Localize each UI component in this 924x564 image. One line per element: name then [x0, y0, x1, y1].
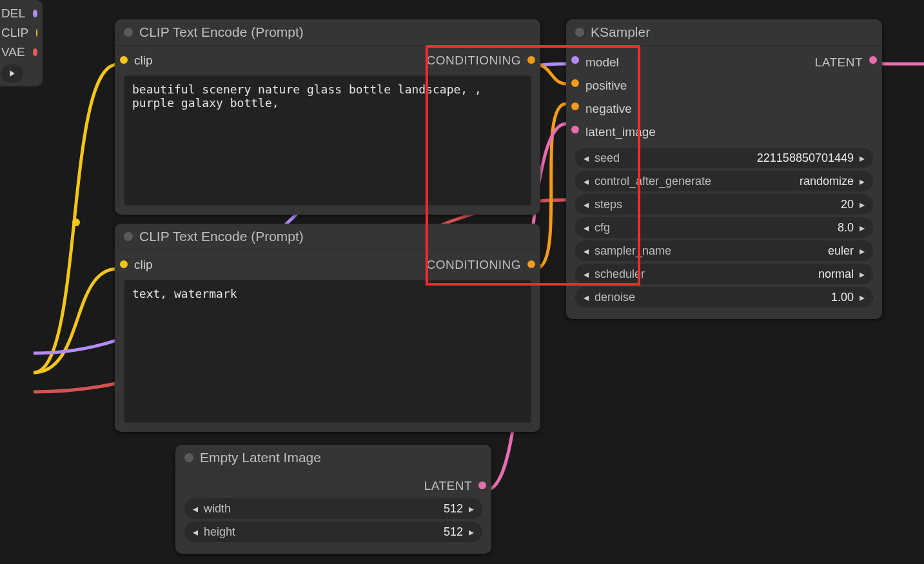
input-latent-image-label: latent_image	[585, 125, 656, 139]
increment-arrow-icon[interactable]: ▸	[464, 503, 478, 515]
widget-value[interactable]: 221158850701449	[620, 151, 855, 165]
port-clip-out[interactable]	[36, 29, 37, 37]
output-conditioning-label: CONDITIONING	[427, 53, 521, 68]
input-model-label: model	[585, 55, 619, 70]
ksampler-control_after_generate-widget[interactable]: ◂control_after_generaterandomize▸	[575, 171, 873, 191]
port-clip-in[interactable]	[120, 56, 128, 64]
widget-value[interactable]: 8.0	[610, 221, 855, 235]
widget-name: denoise	[593, 291, 635, 304]
port-negative-in[interactable]	[571, 102, 579, 110]
widget-name: steps	[593, 198, 622, 211]
ksampler-steps-widget[interactable]: ◂steps20▸	[575, 194, 873, 215]
increment-arrow-icon[interactable]: ▸	[855, 199, 869, 211]
output-latent-label: LATENT	[424, 479, 472, 493]
output-model-row[interactable]: DEL	[1, 4, 37, 23]
widget-value[interactable]: 1.00	[635, 291, 855, 304]
widget-name: scheduler	[593, 267, 645, 281]
port-positive-in[interactable]	[571, 79, 579, 87]
input-clip-label: clip	[134, 53, 153, 68]
svg-point-0	[72, 219, 80, 226]
prompt-textarea[interactable]: beautiful scenery nature glass bottle la…	[124, 75, 531, 206]
port-conditioning-out[interactable]	[527, 260, 535, 268]
output-clip-label: CLIP	[1, 26, 28, 40]
increment-arrow-icon[interactable]: ▸	[855, 152, 869, 164]
increment-arrow-icon[interactable]: ▸	[464, 526, 478, 538]
loader-widget-button[interactable]	[1, 64, 23, 83]
decrement-arrow-icon[interactable]: ◂	[579, 175, 593, 188]
port-conditioning-out[interactable]	[527, 56, 535, 64]
increment-arrow-icon[interactable]: ▸	[855, 268, 869, 280]
decrement-arrow-icon[interactable]: ◂	[579, 291, 593, 304]
prompt-textarea[interactable]: text, watermark	[124, 280, 531, 423]
clip-text-encode-negative-node[interactable]: CLIP Text Encode (Prompt) clip CONDITION…	[115, 224, 540, 432]
ksampler-cfg-widget[interactable]: ◂cfg8.0▸	[575, 217, 873, 238]
increment-arrow-icon[interactable]: ▸	[855, 245, 869, 257]
ksampler-denoise-widget[interactable]: ◂denoise1.00▸	[575, 287, 873, 307]
widget-value[interactable]: randomize	[711, 175, 855, 188]
output-vae-label: VAE	[1, 45, 25, 59]
node-header[interactable]: Empty Latent Image	[175, 445, 491, 471]
node-header[interactable]: CLIP Text Encode (Prompt)	[115, 19, 540, 46]
node-header[interactable]: CLIP Text Encode (Prompt)	[115, 224, 540, 250]
collapse-dot-icon[interactable]	[124, 28, 133, 37]
empty-latent-width-widget[interactable]: ◂width512▸	[184, 498, 482, 519]
play-icon	[8, 70, 16, 77]
decrement-arrow-icon[interactable]: ◂	[579, 199, 593, 211]
widget-name: sampler_name	[593, 244, 671, 258]
decrement-arrow-icon[interactable]: ◂	[579, 268, 593, 280]
decrement-arrow-icon[interactable]: ◂	[579, 245, 593, 257]
ksampler-node[interactable]: KSampler model LATENT positive	[566, 19, 882, 319]
ksampler-sampler_name-widget[interactable]: ◂sampler_nameeuler▸	[575, 240, 873, 261]
output-model-label: DEL	[1, 6, 25, 21]
empty-latent-height-widget[interactable]: ◂height512▸	[184, 521, 482, 542]
increment-arrow-icon[interactable]: ▸	[855, 222, 869, 234]
widget-name: control_after_generate	[593, 175, 711, 188]
output-conditioning-label: CONDITIONING	[427, 258, 521, 272]
input-positive-label: positive	[585, 79, 627, 93]
increment-arrow-icon[interactable]: ▸	[855, 175, 869, 188]
port-clip-in[interactable]	[120, 260, 128, 268]
empty-latent-image-node[interactable]: Empty Latent Image LATENT ◂width512▸◂hei…	[175, 445, 491, 554]
input-negative-label: negative	[585, 102, 632, 116]
widget-name: cfg	[593, 221, 610, 235]
node-title: KSampler	[591, 24, 650, 40]
widget-name: width	[202, 502, 231, 516]
node-header[interactable]: KSampler	[566, 19, 882, 46]
collapse-dot-icon[interactable]	[575, 28, 584, 37]
widget-name: seed	[593, 151, 620, 165]
widget-value[interactable]: euler	[671, 244, 855, 258]
ksampler-scheduler-widget[interactable]: ◂schedulernormal▸	[575, 264, 873, 284]
widget-value[interactable]: 20	[622, 198, 855, 211]
decrement-arrow-icon[interactable]: ◂	[579, 222, 593, 234]
port-model-out[interactable]	[33, 10, 37, 17]
node-title: Empty Latent Image	[200, 450, 321, 465]
output-clip-row[interactable]: CLIP	[1, 23, 37, 43]
node-title: CLIP Text Encode (Prompt)	[139, 229, 304, 244]
port-model-in[interactable]	[571, 56, 579, 64]
port-latent-out[interactable]	[869, 56, 877, 64]
widget-value[interactable]: 512	[231, 502, 464, 516]
port-latent-image-in[interactable]	[571, 126, 579, 133]
collapse-dot-icon[interactable]	[124, 232, 133, 241]
clip-text-encode-positive-node[interactable]: CLIP Text Encode (Prompt) clip CONDITION…	[115, 19, 540, 215]
port-latent-out[interactable]	[478, 481, 486, 489]
decrement-arrow-icon[interactable]: ◂	[579, 152, 593, 164]
collapse-dot-icon[interactable]	[184, 453, 193, 462]
widget-value[interactable]: 512	[235, 525, 464, 539]
decrement-arrow-icon[interactable]: ◂	[188, 503, 202, 515]
ksampler-seed-widget[interactable]: ◂seed221158850701449▸	[575, 148, 873, 168]
widget-value[interactable]: normal	[645, 267, 855, 281]
node-title: CLIP Text Encode (Prompt)	[139, 24, 304, 40]
checkpoint-loader-node-partial[interactable]: DEL CLIP VAE	[0, 0, 43, 86]
increment-arrow-icon[interactable]: ▸	[855, 291, 869, 304]
decrement-arrow-icon[interactable]: ◂	[188, 526, 202, 538]
output-vae-row[interactable]: VAE	[1, 43, 37, 62]
port-vae-out[interactable]	[33, 48, 37, 56]
widget-name: height	[202, 525, 235, 539]
output-latent-label: LATENT	[815, 55, 863, 70]
input-clip-label: clip	[134, 258, 153, 272]
